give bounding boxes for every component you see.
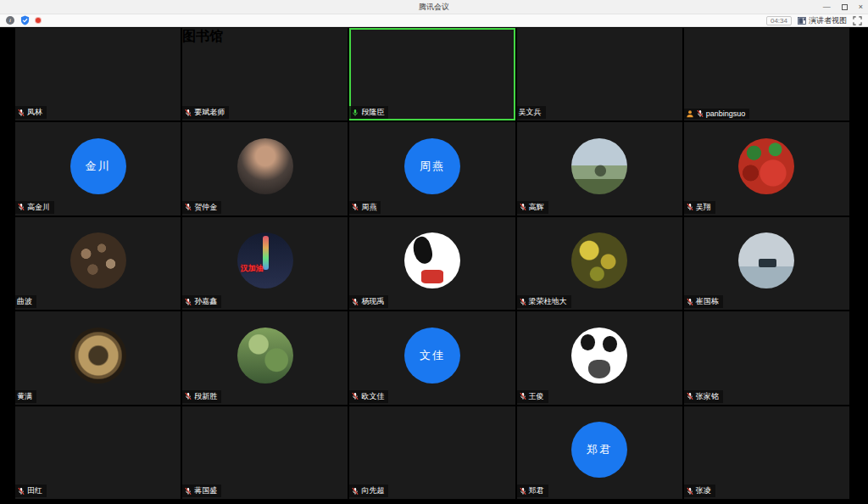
participant-name: 张凌 [696, 485, 711, 496]
mic-muted-icon [519, 298, 527, 306]
avatar-photo [70, 422, 126, 478]
participant-name-bar: 凤林 [15, 106, 47, 119]
participant-tile[interactable]: 梁荣柱地大 [517, 217, 682, 310]
maximize-button[interactable] [842, 4, 848, 10]
participant-tile[interactable]: 吴文兵 [517, 28, 682, 120]
participant-tile[interactable]: 曲波 [15, 217, 181, 310]
avatar-initials: 周燕 [404, 138, 460, 194]
participant-name: 黄满 [17, 391, 32, 402]
avatar-photo [738, 138, 794, 194]
participant-name-bar: 吴文兵 [517, 106, 546, 119]
participant-tile[interactable]: 张家铭 [684, 311, 849, 404]
avatar-photo [738, 328, 794, 384]
participant-tile[interactable]: 段隆臣 [349, 28, 515, 120]
participant-name-bar: 段隆臣 [349, 106, 388, 119]
participant-name: 向先超 [361, 485, 384, 496]
participant-grid: 凤林图书馆要斌老师段隆臣吴文兵panbingsuo金川高金川贺仲金周燕周燕高辉吴… [15, 28, 849, 499]
avatar-initials: 文佳 [404, 328, 460, 384]
avatar-photo [70, 328, 126, 384]
participant-tile[interactable]: 吴翔 [684, 122, 849, 215]
network-status-icon[interactable] [36, 18, 41, 23]
mic-speaking-icon [351, 109, 359, 117]
participant-name-bar: 段新胜 [182, 390, 221, 403]
participant-tile[interactable]: 金川高金川 [15, 122, 181, 215]
acrobat-app-icon: A [0, 78, 8, 92]
participant-name-bar: panbingsuo [684, 109, 750, 119]
speaker-view-button[interactable]: 演讲者视图 [798, 15, 847, 26]
participant-name: 吴文兵 [519, 107, 542, 118]
avatar-photo [404, 422, 460, 478]
participant-name: 曲波 [17, 296, 32, 307]
avatar-photo [571, 138, 627, 194]
avatar-photo [738, 422, 794, 478]
participant-tile[interactable]: 周燕周燕 [349, 122, 515, 215]
participant-name-bar: 欧文佳 [349, 390, 388, 403]
security-shield-icon[interactable] [20, 15, 30, 25]
participant-name-bar: 孙嘉鑫 [182, 295, 221, 308]
mic-muted-icon [696, 109, 704, 118]
participant-tile[interactable]: 黄满 [15, 311, 181, 404]
mic-muted-icon [17, 203, 25, 211]
participant-tile[interactable]: 蒋国盛 [182, 406, 348, 499]
participant-name: 要斌老师 [194, 107, 225, 118]
mic-muted-icon [184, 298, 192, 306]
participant-tile[interactable]: 段新胜 [182, 311, 348, 404]
participant-name: 吴翔 [696, 202, 711, 213]
close-button[interactable]: × [859, 3, 863, 11]
mic-muted-icon [184, 487, 192, 496]
participant-tile[interactable]: 凤林 [15, 28, 181, 120]
avatar-photo: 汉加油 [237, 232, 293, 288]
participant-tile[interactable]: 贺仲金 [182, 122, 348, 215]
participant-tile[interactable]: 田红 [15, 406, 181, 499]
participant-name-bar: 张家铭 [684, 390, 723, 403]
mic-muted-icon [686, 487, 694, 496]
meeting-info-icon[interactable]: i [6, 16, 14, 25]
participant-name-bar: 要斌老师 [182, 106, 229, 119]
participant-name: 段新胜 [194, 391, 217, 402]
participant-tile[interactable]: 文佳欧文佳 [349, 311, 515, 404]
mic-muted-icon [519, 487, 527, 496]
host-icon [686, 109, 694, 118]
mic-muted-icon [351, 298, 359, 306]
participant-name-bar: 贺仲金 [182, 201, 221, 214]
avatar-photo [237, 138, 293, 194]
mic-muted-icon [686, 203, 694, 211]
speaker-view-label: 演讲者视图 [809, 15, 847, 26]
mic-muted-icon [17, 109, 25, 117]
participant-tile[interactable]: 杨现禹 [349, 217, 515, 310]
participant-name: 欧文佳 [361, 391, 384, 402]
mic-muted-icon [519, 203, 527, 211]
mic-muted-icon [519, 392, 527, 400]
participant-tile[interactable]: 王俊 [517, 311, 682, 404]
mic-muted-icon [686, 298, 694, 306]
video-feed: 图书馆 [182, 28, 348, 46]
avatar-photo [404, 232, 460, 288]
participant-tile[interactable]: 向先超 [349, 406, 515, 499]
participant-name-bar: 杨现禹 [349, 295, 388, 308]
participant-tile[interactable]: 图书馆要斌老师 [182, 28, 348, 120]
mic-muted-icon [351, 392, 359, 400]
participant-tile[interactable]: 汉加油孙嘉鑫 [182, 217, 348, 310]
avatar-initials: 金川 [70, 138, 126, 194]
participant-name-bar: 周燕 [349, 201, 381, 214]
avatar-photo [70, 232, 126, 288]
participant-name: 崔国栋 [696, 296, 719, 307]
avatar-photo [738, 232, 794, 288]
participant-name-bar: 曲波 [15, 295, 36, 308]
window-title: 腾讯会议 [419, 2, 449, 13]
participant-tile[interactable]: 郑君郑君 [517, 406, 682, 499]
title-bar: 腾讯会议 — × [0, 0, 868, 14]
mic-muted-icon [351, 203, 359, 211]
participant-name: 孙嘉鑫 [194, 296, 217, 307]
library-sign: 图书馆 [182, 28, 348, 46]
participant-name: 王俊 [529, 391, 544, 402]
participant-tile[interactable]: 崔国栋 [684, 217, 849, 310]
participant-tile[interactable]: 高辉 [517, 122, 682, 215]
participant-name: 蒋国盛 [194, 485, 217, 496]
fullscreen-icon[interactable] [853, 16, 862, 25]
participant-tile[interactable]: panbingsuo [684, 28, 849, 120]
minimize-button[interactable]: — [823, 3, 831, 11]
participant-name: panbingsuo [706, 109, 746, 118]
avatar-photo [237, 422, 293, 478]
participant-tile[interactable]: 张凌 [684, 406, 849, 499]
